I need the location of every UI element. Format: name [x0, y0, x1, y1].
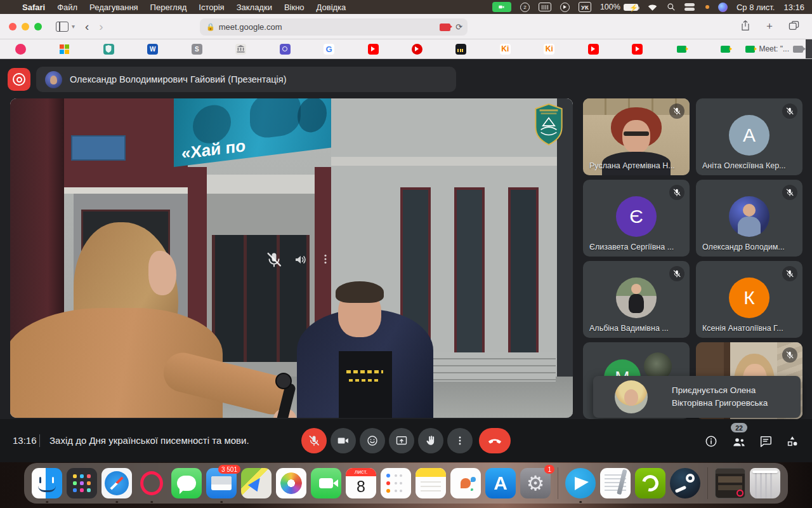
reactions-button[interactable] [360, 428, 385, 453]
dock-separator [707, 467, 708, 499]
siri-icon[interactable] [718, 3, 728, 12]
present-button[interactable] [389, 428, 414, 453]
dock-steam-icon[interactable] [670, 468, 700, 498]
close-window-button[interactable] [9, 23, 16, 30]
input-source-badge[interactable]: УК [579, 2, 591, 12]
bookmark-ki2-icon[interactable]: Ki [544, 44, 554, 55]
dock-reminders-icon[interactable] [381, 468, 411, 498]
camera-active-indicator[interactable] [492, 2, 511, 12]
barcode-menu-icon[interactable] [539, 3, 551, 11]
battery-status[interactable]: 100% ⚡ [600, 3, 638, 11]
menu-history[interactable]: Історія [199, 3, 224, 12]
share-icon[interactable] [740, 20, 750, 34]
bookmark-redplay-icon[interactable] [412, 44, 422, 55]
more-options-button[interactable] [447, 428, 473, 453]
participant-tile[interactable]: А Аніта Олексіївна Кер... [696, 98, 802, 175]
bookmark-meet-icon[interactable] [676, 44, 687, 55]
dock-launchpad-icon[interactable] [67, 468, 97, 498]
dock-safari-icon[interactable] [102, 468, 132, 498]
people-button[interactable] [731, 434, 747, 452]
bookmark-youtube-icon[interactable] [368, 44, 379, 55]
bookmark-google-icon[interactable]: G [324, 44, 334, 55]
minimize-window-button[interactable] [22, 23, 29, 30]
dock-telegram-icon[interactable] [565, 468, 596, 498]
forward-button[interactable]: › [99, 20, 103, 34]
bookmark-microsoft-icon[interactable] [59, 44, 70, 55]
activities-button[interactable] [785, 434, 799, 451]
next-tab-edge[interactable] [806, 39, 812, 58]
bookmark-badge-icon[interactable] [280, 44, 291, 55]
wifi-icon[interactable] [647, 2, 658, 12]
presentation-mic-off-icon[interactable] [265, 251, 283, 271]
dock-appstore-icon[interactable]: A [485, 468, 516, 498]
tab-overview-icon[interactable] [789, 20, 799, 33]
chevron-down-icon[interactable]: ▾ [72, 23, 75, 30]
participant-tile[interactable]: Олександр Володим... [696, 180, 802, 257]
menubar-time[interactable]: 13:16 [783, 3, 804, 12]
dock-trash-icon[interactable] [750, 468, 780, 498]
back-button[interactable]: ‹ [85, 20, 89, 34]
dock-messages-icon[interactable] [171, 468, 202, 498]
meeting-info-button[interactable] [704, 434, 718, 451]
dock-mail-icon[interactable]: 3 501 [206, 468, 237, 498]
camera-button[interactable] [331, 428, 356, 453]
mute-button[interactable] [301, 428, 327, 453]
bookmark-building-icon[interactable] [235, 44, 246, 55]
menu-bookmarks[interactable]: Закладки [237, 3, 272, 12]
spotlight-icon[interactable] [667, 2, 676, 12]
active-tab[interactable]: Meet: "... [745, 39, 803, 58]
dock-textedit-icon[interactable] [600, 468, 631, 498]
menubar-date[interactable]: Ср 8 лист. [737, 3, 775, 12]
presenter-banner[interactable]: Олександр Володимирович Гайовий (Презент… [36, 67, 456, 92]
minimized-window-thumbnail[interactable] [715, 468, 745, 498]
menu-edit[interactable]: Редагування [89, 3, 138, 12]
participant-tile[interactable]: К Ксенія Анатоліївна Г... [696, 261, 802, 338]
presentation-more-icon[interactable] [318, 252, 332, 269]
dock-calendar-icon[interactable]: лист. 8 [346, 468, 376, 498]
mic-off-icon [782, 347, 797, 363]
dock-finder-icon[interactable] [32, 468, 62, 498]
bookmark-s-icon[interactable]: S [192, 44, 202, 55]
recording-indicator[interactable] [8, 68, 30, 91]
bookmark-ki-icon[interactable]: Ki [500, 44, 511, 55]
bookmark-keyboard-icon[interactable] [455, 44, 466, 55]
bookmark-youtube3-icon[interactable] [632, 44, 643, 55]
tab-camera-icon[interactable] [440, 23, 450, 31]
menu-file[interactable]: Файл [57, 3, 77, 12]
participant-tile[interactable]: Є Єлизавета Сергіївна ... [583, 180, 690, 257]
dock-freeform-icon[interactable] [450, 468, 481, 498]
control-center-icon[interactable] [684, 3, 695, 11]
dock-notes-icon[interactable] [416, 468, 446, 498]
zoom-window-button[interactable] [34, 23, 42, 30]
menu-window[interactable]: Вікно [284, 3, 304, 12]
address-bar[interactable]: 🔒 meet.google.com ⟳ [200, 18, 468, 36]
dock-settings-icon[interactable]: ⚙1 [520, 468, 551, 498]
end-call-button[interactable] [479, 428, 511, 453]
dock-operagx-icon[interactable] [136, 468, 167, 498]
bookmark-meet2-icon[interactable] [720, 44, 731, 55]
chat-button[interactable] [759, 434, 773, 451]
timer-menu-icon[interactable]: 2 [520, 3, 530, 12]
bookmark-pink-icon[interactable] [15, 44, 26, 55]
new-tab-icon[interactable]: ＋ [764, 20, 775, 33]
menu-app-name[interactable]: Safari [22, 3, 45, 12]
participant-tile[interactable]: Руслана Артемівна Н... [583, 98, 690, 175]
dock-facetime-icon[interactable] [311, 468, 341, 498]
play-circle-menu-icon[interactable] [560, 3, 570, 12]
presentation-stage[interactable]: «Хай по [10, 98, 573, 418]
menu-help[interactable]: Довідка [317, 3, 346, 12]
participant-tile[interactable]: Альбіна Вадимівна ... [583, 261, 690, 338]
dock-photos-icon[interactable] [276, 468, 306, 498]
dock-maps-icon[interactable] [241, 468, 272, 498]
menu-view[interactable]: Перегляд [150, 3, 187, 12]
bookmark-university-icon[interactable] [103, 44, 114, 55]
bookmark-word-icon[interactable]: W [147, 44, 158, 55]
participant-name: Альбіна Вадимівна ... [589, 324, 683, 333]
bookmark-youtube2-icon[interactable] [588, 44, 599, 55]
sidebar-toggle-icon[interactable] [56, 22, 69, 32]
presentation-volume-icon[interactable] [293, 252, 308, 270]
reload-icon[interactable]: ⟳ [455, 22, 462, 32]
dock-nvidia-icon[interactable] [635, 468, 665, 498]
raise-hand-button[interactable] [418, 428, 443, 453]
settings-badge: 1 [544, 465, 554, 474]
